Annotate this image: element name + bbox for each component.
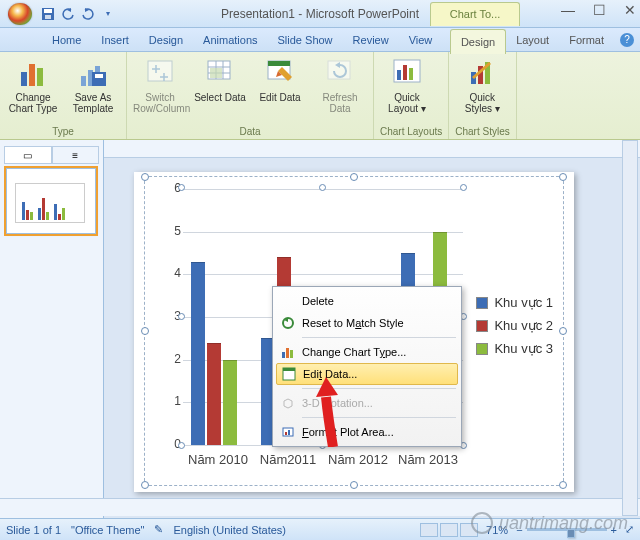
svg-rect-3 bbox=[21, 72, 27, 86]
status-language[interactable]: English (United States) bbox=[173, 524, 286, 536]
legend-item-3: Khu vực 3 bbox=[494, 341, 553, 356]
undo-icon[interactable] bbox=[60, 6, 76, 22]
svg-rect-1 bbox=[44, 9, 52, 13]
svg-rect-19 bbox=[268, 61, 290, 66]
status-theme: "Office Theme" bbox=[71, 524, 144, 536]
ctx-change-chart-type[interactable]: Change Chart Type... bbox=[276, 341, 458, 363]
spellcheck-icon[interactable]: ✎ bbox=[154, 523, 163, 536]
svg-rect-33 bbox=[46, 212, 49, 220]
tab-chart-layout[interactable]: Layout bbox=[506, 28, 559, 53]
excel-icon bbox=[280, 365, 298, 383]
reset-icon bbox=[279, 314, 297, 332]
quick-layout-button[interactable]: Quick Layout ▾ bbox=[380, 56, 434, 124]
svg-rect-29 bbox=[26, 210, 29, 220]
group-type: Type bbox=[6, 126, 120, 137]
svg-rect-44 bbox=[285, 432, 287, 435]
help-icon[interactable]: ? bbox=[620, 33, 634, 47]
tab-chart-format[interactable]: Format bbox=[559, 28, 614, 53]
svg-rect-11 bbox=[148, 61, 172, 81]
svg-rect-42 bbox=[283, 368, 295, 371]
horizontal-ruler bbox=[104, 140, 640, 158]
save-icon[interactable] bbox=[40, 6, 56, 22]
ctx-3d-rotation: 3-D Rotation... bbox=[276, 392, 458, 414]
legend-item-2: Khu vực 2 bbox=[494, 318, 553, 333]
ribbon: Change Chart Type Save As Template Type … bbox=[0, 52, 640, 140]
tab-view[interactable]: View bbox=[399, 28, 443, 51]
svg-rect-28 bbox=[22, 202, 25, 220]
ctx-edit-data[interactable]: Edit Data... bbox=[276, 363, 458, 385]
group-chart-layouts: Chart Layouts bbox=[380, 126, 442, 137]
ctx-format-plot-area[interactable]: Format Plot Area... bbox=[276, 421, 458, 443]
tab-home[interactable]: Home bbox=[42, 28, 91, 51]
svg-rect-40 bbox=[290, 350, 293, 358]
svg-rect-31 bbox=[38, 208, 41, 220]
change-chart-type-button[interactable]: Change Chart Type bbox=[6, 56, 60, 124]
switch-row-column-button[interactable]: Switch Row/Column bbox=[133, 56, 187, 124]
svg-rect-10 bbox=[95, 74, 103, 78]
svg-rect-17 bbox=[210, 68, 222, 78]
svg-rect-34 bbox=[54, 204, 57, 220]
vertical-scrollbar[interactable] bbox=[622, 140, 638, 516]
save-as-template-button[interactable]: Save As Template bbox=[66, 56, 120, 124]
svg-rect-39 bbox=[286, 348, 289, 358]
chart-icon bbox=[279, 343, 297, 361]
svg-rect-22 bbox=[397, 70, 401, 80]
ctx-delete[interactable]: Delete bbox=[276, 290, 458, 312]
svg-rect-6 bbox=[81, 76, 86, 86]
svg-rect-36 bbox=[62, 208, 65, 220]
cube-icon bbox=[279, 394, 297, 412]
slide-thumbnail-panel: ▭ ≡ 1 bbox=[0, 140, 104, 518]
quick-styles-button[interactable]: Quick Styles ▾ bbox=[455, 56, 509, 124]
legend-item-1: Khu vực 1 bbox=[494, 295, 553, 310]
svg-rect-5 bbox=[37, 68, 43, 86]
svg-rect-38 bbox=[282, 352, 285, 358]
office-button[interactable] bbox=[8, 3, 32, 25]
outline-pane-tab[interactable]: ≡ bbox=[52, 146, 100, 164]
slides-pane-tab[interactable]: ▭ bbox=[4, 146, 52, 164]
tab-insert[interactable]: Insert bbox=[91, 28, 139, 51]
watermark: uantrimang.com bbox=[471, 512, 628, 534]
status-slide-number: Slide 1 of 1 bbox=[6, 524, 61, 536]
view-normal-button[interactable] bbox=[420, 523, 438, 537]
view-sorter-button[interactable] bbox=[440, 523, 458, 537]
watermark-icon bbox=[471, 512, 493, 534]
ctx-reset-style[interactable]: Reset to Match Style bbox=[276, 312, 458, 334]
tab-design[interactable]: Design bbox=[139, 28, 193, 51]
svg-rect-2 bbox=[45, 15, 51, 19]
group-data: Data bbox=[133, 126, 367, 137]
title-bar: ▾ Presentation1 - Microsoft PowerPoint C… bbox=[0, 0, 640, 28]
svg-rect-4 bbox=[29, 64, 35, 86]
tab-review[interactable]: Review bbox=[343, 28, 399, 51]
slide-thumbnail-1[interactable] bbox=[6, 168, 96, 234]
chart-tools-label: Chart To... bbox=[430, 2, 520, 26]
edit-data-button[interactable]: Edit Data bbox=[253, 56, 307, 124]
tab-slideshow[interactable]: Slide Show bbox=[268, 28, 343, 51]
tab-animations[interactable]: Animations bbox=[193, 28, 267, 51]
maximize-button[interactable]: ☐ bbox=[593, 2, 606, 18]
close-button[interactable]: ✕ bbox=[624, 2, 636, 18]
refresh-data-button[interactable]: Refresh Data bbox=[313, 56, 367, 124]
tab-chart-design[interactable]: Design bbox=[450, 29, 506, 54]
group-chart-styles: Chart Styles bbox=[455, 126, 509, 137]
svg-rect-35 bbox=[58, 214, 61, 220]
qat-dropdown-icon[interactable]: ▾ bbox=[100, 6, 116, 22]
select-data-button[interactable]: Select Data bbox=[193, 56, 247, 124]
format-icon bbox=[279, 423, 297, 441]
minimize-button[interactable]: — bbox=[561, 2, 575, 18]
redo-icon[interactable] bbox=[80, 6, 96, 22]
svg-rect-45 bbox=[288, 430, 290, 435]
ribbon-tabs: Home Insert Design Animations Slide Show… bbox=[0, 28, 640, 52]
svg-rect-32 bbox=[42, 198, 45, 220]
window-title: Presentation1 - Microsoft PowerPoint bbox=[221, 7, 419, 21]
svg-rect-30 bbox=[30, 212, 33, 220]
svg-rect-24 bbox=[409, 68, 413, 80]
chart-legend: Khu vực 1 Khu vực 2 Khu vực 3 bbox=[476, 287, 553, 364]
svg-rect-23 bbox=[403, 65, 407, 80]
context-menu: Delete Reset to Match Style Change Chart… bbox=[272, 286, 462, 447]
